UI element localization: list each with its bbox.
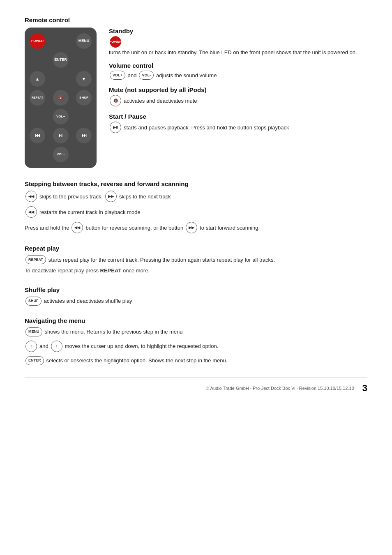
- remote-descriptions: Standby POWER turns the unit on or back …: [109, 28, 367, 168]
- standby-section: Standby POWER turns the unit on or back …: [109, 28, 367, 55]
- remote-row-6: VOL-: [30, 147, 92, 162]
- repeat-desc2-suffix: once more.: [123, 267, 150, 274]
- volume-row: VOL+ and VOL- adjusts the sound volume: [109, 71, 367, 80]
- stepping-line3-suffix: to start forward scanning.: [200, 225, 260, 231]
- stepping-heading: Stepping between tracks, reverse and for…: [25, 180, 367, 187]
- menu-and: and: [39, 343, 48, 349]
- mute-heading-bold: Mute: [109, 86, 123, 93]
- volume-section: Volume control VOL+ and VOL- adjusts the…: [109, 62, 367, 80]
- volume-and: and: [128, 72, 137, 78]
- menu-button[interactable]: MENU: [76, 33, 92, 49]
- stepping-prev-badge-2: ◀◀: [25, 206, 37, 218]
- menu-block-1: MENU shows the menu. Returns to the prev…: [25, 327, 367, 336]
- remote-row-5: [30, 128, 92, 143]
- shuf-badge: SHUF: [25, 297, 42, 306]
- volminus-button[interactable]: VOL-: [53, 147, 69, 162]
- mute-section: Mute (not supported by all iPods) 🔇 acti…: [109, 86, 367, 106]
- prev-button[interactable]: [30, 128, 45, 143]
- repeat-row: REPEAT starts repeat play for the curren…: [25, 255, 367, 264]
- repeat-description: starts repeat play for the current track…: [48, 257, 275, 263]
- stepping-section: Stepping between tracks, reverse and for…: [25, 180, 367, 233]
- menu-row-3: ENTER selects or deselects the highlight…: [25, 356, 367, 365]
- menu-row-2: ↑ and ↓ moves the curser up and down, to…: [25, 341, 367, 352]
- stepping-prev-badge-3: ◀◀: [71, 222, 83, 233]
- standby-description: turns the unit on or back into standby. …: [109, 49, 357, 55]
- enter-badge-nav: ENTER: [25, 356, 44, 365]
- mute-heading-suffix: (not supported by all iPods): [125, 86, 206, 93]
- menu-section: Navigating the menu MENU shows the menu.…: [25, 317, 367, 365]
- standby-power-badge: POWER: [110, 36, 121, 48]
- standby-row: POWER turns the unit on or back into sta…: [109, 36, 367, 55]
- volplus-badge: VOL+: [110, 71, 125, 80]
- down-button[interactable]: [76, 71, 92, 87]
- remote-row-2b: [30, 71, 92, 87]
- repeat-description-2: To deactivate repeat play press REPEAT o…: [25, 267, 367, 275]
- shuffle-row: SHUF activates and deactivates shuffle p…: [25, 297, 367, 306]
- shuf-button[interactable]: SHUF: [76, 90, 92, 106]
- mute-heading: Mute (not supported by all iPods): [109, 86, 367, 93]
- start-pause-section: Start / Pause ▶II starts and pauses play…: [109, 113, 367, 133]
- menu-desc: shows the menu. Returns to the previous …: [45, 329, 183, 335]
- footer-copyright: © Audio Trade GmbH · Pro-Ject Dock Box V…: [206, 386, 354, 391]
- stepping-block-3: Press and hold the ◀◀ button for reverse…: [25, 222, 367, 233]
- nav-desc: moves the curser up and down, to highlig…: [65, 343, 219, 349]
- repeat-heading: Repeat play: [25, 245, 367, 252]
- remote-section: POWER MENU ENTER REPEAT SHUF: [25, 28, 367, 168]
- enter-button[interactable]: ENTER: [53, 52, 69, 68]
- stepping-block-1: ◀◀ skips to the previous track. ▶▶ skips…: [25, 191, 367, 202]
- stepping-row-1: ◀◀ skips to the previous track. ▶▶ skips…: [25, 191, 367, 202]
- section-title-remote: Remote control: [25, 16, 367, 23]
- repeat-bold: REPEAT: [100, 267, 122, 274]
- stepping-next-badge-1: ▶▶: [105, 191, 117, 202]
- menu-heading: Navigating the menu: [25, 317, 367, 324]
- mute-row: 🔇 activates and deactivates mute: [109, 95, 367, 106]
- stepping-prev-badge-1: ◀◀: [25, 191, 37, 202]
- stepping-row-2: ◀◀ restarts the current track in playbac…: [25, 206, 367, 218]
- start-pause-heading: Start / Pause: [109, 113, 367, 120]
- playpause-button[interactable]: [53, 128, 69, 143]
- stepping-line3-mid: button for reverse scanning, or the butt…: [85, 225, 183, 231]
- volume-heading: Volume control: [109, 62, 367, 69]
- stepping-next-badge-3: ▶▶: [186, 222, 197, 233]
- mute-button[interactable]: [53, 90, 69, 106]
- stepping-row-3: Press and hold the ◀◀ button for reverse…: [25, 222, 367, 233]
- start-pause-description: starts and pauses playback. Press and ho…: [124, 124, 289, 131]
- volume-description: adjusts the sound volume: [156, 72, 217, 78]
- repeat-button[interactable]: REPEAT: [30, 90, 45, 106]
- menu-badge: MENU: [25, 327, 42, 336]
- mute-description: activates and deactivates mute: [124, 98, 197, 104]
- remote-row-3: REPEAT SHUF: [30, 90, 92, 106]
- down-nav-badge: ↓: [51, 341, 62, 352]
- enter-desc: selects or deselects the highlighted opt…: [46, 357, 228, 364]
- next-button[interactable]: [76, 128, 92, 143]
- stepping-next-desc: skips to the next track: [119, 193, 171, 200]
- start-pause-row: ▶II starts and pauses playback. Press an…: [109, 122, 367, 133]
- repeat-badge: REPEAT: [25, 255, 46, 264]
- stepping-block-2: ◀◀ restarts the current track in playbac…: [25, 206, 367, 218]
- shuffle-section: Shuffle play SHUF activates and deactiva…: [25, 286, 367, 306]
- menu-block-3: ENTER selects or deselects the highlight…: [25, 356, 367, 365]
- mute-badge: 🔇: [110, 95, 121, 106]
- stepping-line1-text: skips to the previous track.: [39, 193, 103, 200]
- volplus-button[interactable]: VOL+: [53, 109, 69, 124]
- repeat-desc2-prefix: To deactivate repeat play press: [25, 267, 99, 274]
- up-nav-badge: ↑: [25, 341, 37, 352]
- volminus-badge: VOL-: [139, 71, 154, 80]
- power-button[interactable]: POWER: [30, 33, 45, 49]
- menu-block-2: ↑ and ↓ moves the curser up and down, to…: [25, 341, 367, 352]
- up-button[interactable]: [30, 71, 45, 87]
- remote-row-4: VOL+: [30, 109, 92, 124]
- remote-graphic: POWER MENU ENTER REPEAT SHUF: [25, 28, 97, 168]
- shuffle-heading: Shuffle play: [25, 286, 367, 293]
- playpause-badge: ▶II: [110, 122, 121, 133]
- remote-row-1: POWER MENU: [30, 33, 92, 49]
- menu-row-1: MENU shows the menu. Returns to the prev…: [25, 327, 367, 336]
- page-number: 3: [362, 383, 367, 394]
- shuffle-description: activates and deactivates shuffle play: [44, 298, 132, 304]
- stepping-line2-text: restarts the current track in playback m…: [39, 209, 141, 215]
- repeat-section: Repeat play REPEAT starts repeat play fo…: [25, 245, 367, 275]
- standby-heading: Standby: [109, 28, 367, 35]
- stepping-line3-prefix: Press and hold the: [25, 225, 69, 231]
- page-content: Remote control POWER MENU ENTER: [25, 16, 367, 394]
- remote-row-2: ENTER: [30, 52, 92, 68]
